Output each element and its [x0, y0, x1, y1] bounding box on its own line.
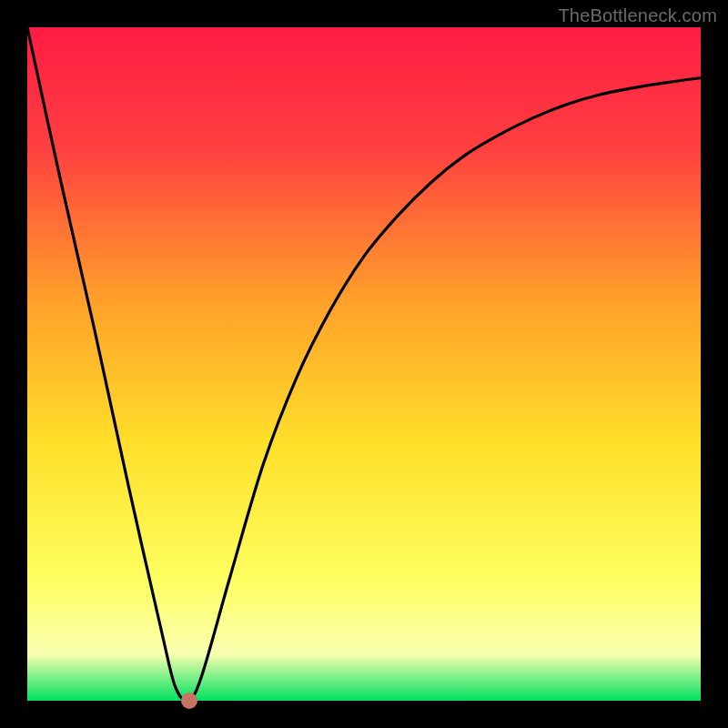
min-point-marker: [181, 693, 197, 709]
watermark-text: TheBottleneck.com: [558, 5, 717, 26]
plot-area: [27, 27, 701, 701]
chart-frame: TheBottleneck.com: [0, 0, 728, 728]
bottleneck-curve: [27, 27, 701, 701]
